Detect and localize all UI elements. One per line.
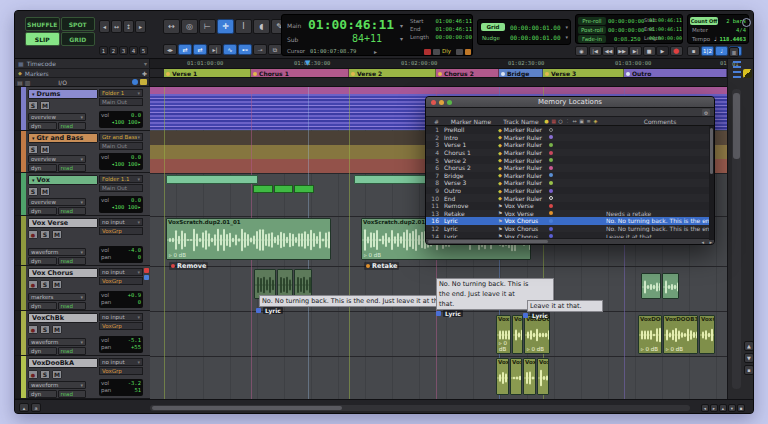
sel-end-value[interactable]: 01:00:46:11 (436, 26, 472, 32)
automation-mode-selector[interactable]: read (58, 302, 87, 310)
mute-button[interactable]: M (40, 101, 50, 110)
track-io-group-selector[interactable]: VoxGrp (99, 367, 143, 375)
layered-edit[interactable]: ⧉ (268, 44, 282, 55)
delay-indicator[interactable]: Dly (442, 48, 451, 54)
scroll-down-button[interactable]: ▼ (744, 353, 754, 363)
sub-counter-dropdown-icon[interactable]: ▾ (400, 35, 403, 42)
window-config-icon[interactable]: ▣ (579, 118, 584, 124)
automation-mode-selector[interactable]: read (58, 122, 87, 130)
track-name-cell[interactable]: ▾Gtr and Bass (28, 133, 98, 143)
record-button[interactable]: ● (670, 46, 683, 56)
vox-folder-subclip[interactable] (274, 185, 293, 193)
memory-location-row-13[interactable]: 13Retake⚑Vox VerseNeeds a retake (426, 210, 711, 218)
record-indicator-icon[interactable] (424, 49, 431, 55)
track-header-voxdoobka[interactable]: VoxDooBkA●SMwaveform▾dynreadno input▾Vox… (15, 356, 150, 399)
corner-nav-button-4[interactable]: ▪ (737, 404, 745, 412)
insertion-follows[interactable]: ▸| (208, 44, 222, 55)
track-header-gtr-and-bass[interactable]: ▾Gtr and BassSMoverview▾dynreadGtr and B… (15, 131, 150, 173)
meter-button[interactable]: ♩ (715, 46, 728, 56)
dyn-selector[interactable]: dyn (28, 257, 57, 265)
voxchbk-clip-Vox[interactable]: Vox▹ 0 dB (496, 315, 511, 354)
track-io-output-selector[interactable]: no input▾ (99, 218, 143, 226)
zoomer-tool[interactable]: ◎ (181, 19, 198, 34)
stop-button[interactable]: ■ (643, 46, 656, 56)
play-button[interactable]: ▶ (656, 46, 669, 56)
edit-mode-shuffle[interactable]: SHUFFLE (25, 17, 60, 31)
pan-value[interactable]: 51 (134, 387, 141, 394)
countoff-button[interactable]: 1|2 (701, 46, 714, 56)
scroll-up-button[interactable]: ▲ (744, 341, 754, 351)
track-io-output-selector[interactable]: Folder 1▾ (99, 89, 143, 97)
track-view-selector[interactable]: overview▾ (28, 198, 86, 206)
marker-segment-verse-2[interactable]: Verse 2 (349, 69, 436, 78)
io-column-label[interactable]: I/O (58, 79, 67, 86)
audio-clip-VoxScratch.dup2.01_01[interactable]: VoxScratch.dup2.01_01▹ 0 dB (166, 218, 331, 260)
dyn-selector[interactable]: dyn (28, 302, 57, 310)
countoff-label[interactable]: Count Off (690, 17, 718, 25)
automation-mode-selector[interactable]: read (58, 207, 87, 215)
go-to-end-button[interactable]: ▶| (629, 46, 642, 56)
vox-chorus-clip[interactable] (641, 273, 661, 299)
zoom-preset-2[interactable]: 2 (109, 46, 118, 55)
vol-value[interactable]: 0.0 (131, 197, 141, 204)
auto-scroll[interactable]: ⊸ (253, 44, 267, 55)
memory-location-row-16[interactable]: 16Lyric⚑Vox ChorusNo. No turning back. T… (426, 217, 711, 225)
track-io-output-selector[interactable]: Folder 1.1▾ (99, 175, 143, 183)
input-indicator-icon[interactable] (433, 49, 440, 55)
fast-forward-button[interactable]: ▶▶ (616, 46, 629, 56)
nudge-value[interactable]: 00:00:00:01.00 (510, 34, 561, 41)
solo-button[interactable]: S (40, 370, 50, 379)
automation-mode-selector[interactable]: read (58, 164, 87, 172)
zoom-arrow-button-0[interactable]: ◂ (99, 20, 110, 33)
dyn-selector[interactable]: dyn (28, 122, 57, 130)
edit-mode-slip[interactable]: SLIP (25, 32, 60, 46)
corner-nav-button-3[interactable]: ▾ (728, 404, 736, 412)
memory-location-row-10[interactable]: 10End◆Marker Ruler (426, 194, 711, 202)
column-marker-name[interactable]: Marker Name (442, 118, 498, 125)
track-view-selector[interactable]: waveform▾ (28, 381, 86, 389)
solo-button[interactable]: S (28, 101, 38, 110)
vertical-scrollbar-track[interactable] (732, 89, 741, 389)
gen-indicator-icon[interactable] (456, 49, 463, 55)
lyric-track-marker[interactable]: Lyric (436, 310, 463, 317)
track-view-selector[interactable]: overview▾ (28, 155, 86, 163)
close-window-button[interactable] (431, 100, 436, 105)
online-button[interactable]: ◉ (575, 46, 588, 56)
vox-folder-overview-bar[interactable] (166, 175, 258, 184)
trim-tool[interactable]: ⊢ (199, 19, 216, 34)
grid-label[interactable]: Grid (481, 23, 505, 31)
edit-mode-grid[interactable]: GRID (61, 32, 96, 46)
track-view-selector[interactable]: overview▾ (28, 113, 86, 121)
sync-indicator-icon[interactable] (465, 49, 471, 55)
track-io-output-selector[interactable]: no input▾ (99, 358, 143, 366)
memory-location-row-6[interactable]: 6Chorus 2◆Marker Ruler (426, 164, 711, 172)
folder-disclosure-icon[interactable]: ▾ (32, 135, 35, 141)
pan-value[interactable]: ◂100 100▸ (111, 161, 141, 168)
voxchbk-clip-Vox#[interactable]: Vox# (699, 315, 715, 354)
mute-button[interactable]: M (40, 187, 50, 196)
object-red-badge[interactable] (144, 268, 149, 273)
zoom-toggle[interactable]: ∿ (223, 44, 237, 55)
pre-post-roll-icon[interactable]: ↔ (572, 118, 577, 124)
marker-segment-verse-3[interactable]: Verse 3 (543, 69, 624, 78)
dyn-selector[interactable]: dyn (28, 207, 57, 215)
grid-dropdown-icon[interactable]: ▾ (565, 24, 568, 30)
track-io-group-selector[interactable]: VoxGrp (99, 277, 143, 285)
zoom-preset-3[interactable]: 3 (119, 46, 128, 55)
track-name-cell[interactable]: VoxDooBkA (28, 358, 98, 368)
fadein-value[interactable]: 0:08.250 (614, 36, 641, 42)
automation-mode-selector[interactable]: read (58, 390, 87, 398)
metronome-button[interactable]: ▪ (687, 46, 700, 56)
zoom-arrow-button-3[interactable]: ▸ (135, 20, 146, 33)
track-io-group-selector[interactable]: Main Out (99, 184, 143, 192)
vol-value[interactable]: -3.2 (128, 380, 141, 387)
postroll-label[interactable]: Post-roll (578, 26, 606, 34)
dyn-selector[interactable]: dyn (28, 390, 57, 398)
minimize-window-button[interactable] (439, 100, 444, 105)
marker-segment-chorus-2[interactable]: Chorus 2 (436, 69, 499, 78)
track-io-output-selector[interactable]: Gtr and Bass▾ (99, 133, 143, 141)
corner-nav-button-1[interactable]: ▸ (710, 404, 718, 412)
postroll-value[interactable]: 00:00:00:00 (608, 27, 644, 33)
track-name-cell[interactable]: VoxChBk (28, 313, 98, 323)
sel-length-value[interactable]: 00:00:00:00 (436, 34, 472, 40)
